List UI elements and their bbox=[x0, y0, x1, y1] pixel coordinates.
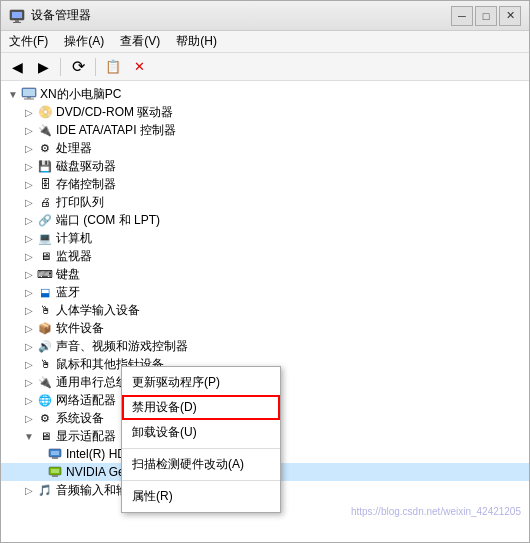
system-icon: ⚙ bbox=[37, 410, 53, 426]
tree-label-disk: 磁盘驱动器 bbox=[56, 158, 116, 175]
tree-label-display: 显示适配器 bbox=[56, 428, 116, 445]
toolbar: ◀ ▶ ⟳ 📋 ✕ bbox=[1, 53, 529, 81]
tree-item-bluetooth[interactable]: ▷ ⬓ 蓝牙 bbox=[1, 283, 529, 301]
tree-label-print: 打印队列 bbox=[56, 194, 104, 211]
ctx-scan-hardware[interactable]: 扫描检测硬件改动(A) bbox=[122, 452, 280, 477]
expander-system[interactable]: ▷ bbox=[21, 410, 37, 426]
menu-view[interactable]: 查看(V) bbox=[112, 31, 168, 52]
ide-icon: 🔌 bbox=[37, 122, 53, 138]
network-icon: 🌐 bbox=[37, 392, 53, 408]
tree-label-root: XN的小电脑PC bbox=[40, 86, 121, 103]
expander-computer[interactable]: ▷ bbox=[21, 230, 37, 246]
tree-label-bluetooth: 蓝牙 bbox=[56, 284, 80, 301]
ctx-properties[interactable]: 属性(R) bbox=[122, 484, 280, 509]
back-button[interactable]: ◀ bbox=[5, 56, 29, 78]
tree-label-port: 端口 (COM 和 LPT) bbox=[56, 212, 160, 229]
menu-help[interactable]: 帮助(H) bbox=[168, 31, 225, 52]
tree-item-monitor[interactable]: ▷ 🖥 监视器 bbox=[1, 247, 529, 265]
mouse-icon: 🖱 bbox=[37, 356, 53, 372]
tree-item-disk[interactable]: ▷ 💾 磁盘驱动器 bbox=[1, 157, 529, 175]
ctx-uninstall-device[interactable]: 卸载设备(U) bbox=[122, 420, 280, 445]
window-title: 设备管理器 bbox=[31, 7, 91, 24]
content-area: ▼ XN的小电脑PC ▷ 📀 DVD/CD-ROM 驱动器 bbox=[1, 81, 529, 542]
ctx-update-driver[interactable]: 更新驱动程序(P) bbox=[122, 370, 280, 395]
expander-usb[interactable]: ▷ bbox=[21, 374, 37, 390]
menu-file[interactable]: 文件(F) bbox=[1, 31, 56, 52]
port-icon: 🔗 bbox=[37, 212, 53, 228]
expander-monitor[interactable]: ▷ bbox=[21, 248, 37, 264]
tree-label-computer: 计算机 bbox=[56, 230, 92, 247]
bluetooth-icon: ⬓ bbox=[37, 284, 53, 300]
expander-sound[interactable]: ▷ bbox=[21, 338, 37, 354]
expander-hid[interactable]: ▷ bbox=[21, 302, 37, 318]
expander-print[interactable]: ▷ bbox=[21, 194, 37, 210]
forward-button[interactable]: ▶ bbox=[31, 56, 55, 78]
computer2-icon: 💻 bbox=[37, 230, 53, 246]
expander-software[interactable]: ▷ bbox=[21, 320, 37, 336]
menu-bar: 文件(F) 操作(A) 查看(V) 帮助(H) bbox=[1, 31, 529, 53]
expander-audio[interactable]: ▷ bbox=[21, 482, 37, 498]
tree-item-storage[interactable]: ▷ 🗄 存储控制器 bbox=[1, 175, 529, 193]
tree-label-cpu: 处理器 bbox=[56, 140, 92, 157]
menu-action[interactable]: 操作(A) bbox=[56, 31, 112, 52]
tree-item-keyboard[interactable]: ▷ ⌨ 键盘 bbox=[1, 265, 529, 283]
expander-bluetooth[interactable]: ▷ bbox=[21, 284, 37, 300]
tree-item-ide[interactable]: ▷ 🔌 IDE ATA/ATAPI 控制器 bbox=[1, 121, 529, 139]
svg-rect-1 bbox=[12, 12, 22, 18]
tree-label-monitor: 监视器 bbox=[56, 248, 92, 265]
expander-port[interactable]: ▷ bbox=[21, 212, 37, 228]
watermark: https://blog.csdn.net/weixin_42421205 bbox=[351, 506, 521, 517]
usb-icon: 🔌 bbox=[37, 374, 53, 390]
tree-item-sound[interactable]: ▷ 🔊 声音、视频和游戏控制器 bbox=[1, 337, 529, 355]
device-manager-window: 设备管理器 ─ □ ✕ 文件(F) 操作(A) 查看(V) 帮助(H) ◀ ▶ … bbox=[0, 0, 530, 543]
svg-rect-2 bbox=[15, 20, 19, 22]
help-button[interactable]: ✕ bbox=[127, 56, 151, 78]
tree-label-software: 软件设备 bbox=[56, 320, 104, 337]
context-menu: 更新驱动程序(P) 禁用设备(D) 卸载设备(U) 扫描检测硬件改动(A) 属性… bbox=[121, 366, 281, 513]
expander-mouse[interactable]: ▷ bbox=[21, 356, 37, 372]
expander-intel-gpu bbox=[39, 446, 47, 462]
expander-root[interactable]: ▼ bbox=[5, 86, 21, 102]
expander-disk[interactable]: ▷ bbox=[21, 158, 37, 174]
sound-icon: 🔊 bbox=[37, 338, 53, 354]
properties-button[interactable]: 📋 bbox=[101, 56, 125, 78]
print-icon: 🖨 bbox=[37, 194, 53, 210]
disk-icon: 💾 bbox=[37, 158, 53, 174]
audio-icon: 🎵 bbox=[37, 482, 53, 498]
storage-icon: 🗄 bbox=[37, 176, 53, 192]
expander-network[interactable]: ▷ bbox=[21, 392, 37, 408]
tree-item-computer[interactable]: ▷ 💻 计算机 bbox=[1, 229, 529, 247]
tree-label-storage: 存储控制器 bbox=[56, 176, 116, 193]
expander-dvd[interactable]: ▷ bbox=[21, 104, 37, 120]
tree-label-system: 系统设备 bbox=[56, 410, 104, 427]
expander-storage[interactable]: ▷ bbox=[21, 176, 37, 192]
title-bar: 设备管理器 ─ □ ✕ bbox=[1, 1, 529, 31]
minimize-button[interactable]: ─ bbox=[451, 6, 473, 26]
tree-item-dvd[interactable]: ▷ 📀 DVD/CD-ROM 驱动器 bbox=[1, 103, 529, 121]
device-tree[interactable]: ▼ XN的小电脑PC ▷ 📀 DVD/CD-ROM 驱动器 bbox=[1, 81, 529, 542]
expander-nvidia-gpu bbox=[39, 464, 47, 480]
tree-item-root[interactable]: ▼ XN的小电脑PC bbox=[1, 85, 529, 103]
monitor-icon: 🖥 bbox=[37, 248, 53, 264]
tree-item-hid[interactable]: ▷ 🖱 人体学输入设备 bbox=[1, 301, 529, 319]
toolbar-separator-1 bbox=[60, 58, 61, 76]
expander-keyboard[interactable]: ▷ bbox=[21, 266, 37, 282]
expander-cpu[interactable]: ▷ bbox=[21, 140, 37, 156]
svg-rect-7 bbox=[24, 99, 34, 100]
tree-label-sound: 声音、视频和游戏控制器 bbox=[56, 338, 188, 355]
nvidia-gpu-icon bbox=[47, 464, 63, 480]
maximize-button[interactable]: □ bbox=[475, 6, 497, 26]
expander-display[interactable]: ▼ bbox=[21, 428, 37, 444]
tree-item-cpu[interactable]: ▷ ⚙ 处理器 bbox=[1, 139, 529, 157]
ctx-disable-device[interactable]: 禁用设备(D) bbox=[122, 395, 280, 420]
tree-item-software[interactable]: ▷ 📦 软件设备 bbox=[1, 319, 529, 337]
tree-item-port[interactable]: ▷ 🔗 端口 (COM 和 LPT) bbox=[1, 211, 529, 229]
svg-rect-6 bbox=[27, 97, 31, 99]
tree-item-print[interactable]: ▷ 🖨 打印队列 bbox=[1, 193, 529, 211]
svg-rect-12 bbox=[51, 469, 59, 473]
expander-ide[interactable]: ▷ bbox=[21, 122, 37, 138]
ctx-separator-1 bbox=[122, 448, 280, 449]
refresh-button[interactable]: ⟳ bbox=[66, 56, 90, 78]
svg-rect-13 bbox=[52, 475, 58, 477]
close-button[interactable]: ✕ bbox=[499, 6, 521, 26]
